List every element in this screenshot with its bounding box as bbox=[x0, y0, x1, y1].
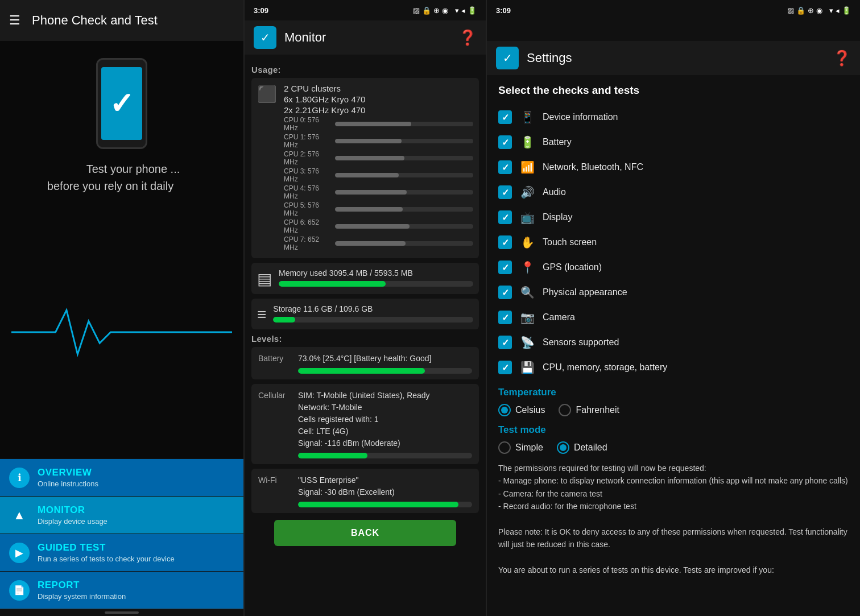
check-item-camera[interactable]: ✓ 📷 Camera bbox=[498, 305, 849, 330]
settings-help-button[interactable]: ❓ bbox=[833, 49, 851, 67]
cpu-core-label-6: CPU 6: 652 MHz bbox=[284, 218, 335, 234]
checkbox-battery: ✓ bbox=[498, 135, 512, 149]
check-item-sensors[interactable]: ✓ 📡 Sensors supported bbox=[498, 330, 849, 355]
home-indicator bbox=[105, 611, 139, 614]
check-label-cpu-mem: CPU, memory, storage, battery bbox=[543, 362, 667, 373]
checkbox-check-cpu-mem: ✓ bbox=[502, 362, 509, 373]
celsius-option[interactable]: Celsius bbox=[498, 404, 545, 416]
check-label-display: Display bbox=[543, 212, 572, 222]
cpu-core-row-5: CPU 5: 576 MHz bbox=[284, 201, 473, 217]
battery-icon: 🔋 bbox=[468, 6, 477, 15]
detailed-option[interactable]: Detailed bbox=[557, 441, 607, 454]
celsius-radio bbox=[498, 404, 511, 416]
check-item-device-info[interactable]: ✓ 📱 Device information bbox=[498, 105, 849, 130]
simple-radio bbox=[498, 441, 511, 454]
nav-text-overview: OVERVIEW Online instructions bbox=[38, 467, 98, 488]
cpu-core-label-0: CPU 0: 576 MHz bbox=[284, 116, 335, 132]
check-icon-cpu-mem: 💾 bbox=[519, 359, 536, 376]
nav-menu: ℹ OVERVIEW Online instructions ▲ MONITOR… bbox=[0, 458, 243, 609]
cpu-core-label-1: CPU 1: 576 MHz bbox=[284, 133, 335, 149]
check-icon-gps: 📍 bbox=[519, 259, 536, 276]
settings-app-icon: ✓ bbox=[496, 47, 519, 69]
settings-cast-icon: ⊕ bbox=[808, 6, 814, 15]
cpu-core-bar-fill-7 bbox=[335, 241, 406, 246]
memory-details: Memory used 3095.4 MB / 5593.5 MB bbox=[279, 268, 473, 287]
monitor-time: 3:09 bbox=[254, 6, 268, 15]
cpu-core-label-3: CPU 3: 576 MHz bbox=[284, 167, 335, 183]
check-label-device-info: Device information bbox=[543, 112, 618, 122]
wifi-level-content: "USS Enterprise" Signal: -30 dBm (Excell… bbox=[298, 474, 472, 507]
nav-item-guided[interactable]: ▶ GUIDED TEST Run a series of tests to c… bbox=[0, 534, 243, 571]
settings-lock-icon: 🔒 bbox=[796, 6, 805, 15]
fahrenheit-option[interactable]: Fahrenheit bbox=[559, 404, 619, 416]
wifi-level-row: Wi-Fi "USS Enterprise" Signal: -30 dBm (… bbox=[251, 469, 479, 513]
temperature-radio-group: Celsius Fahrenheit bbox=[498, 404, 849, 416]
checkbox-appearance: ✓ bbox=[498, 286, 512, 299]
checkbox-gps: ✓ bbox=[498, 261, 512, 274]
cpu-core-bar-bg-3 bbox=[335, 173, 473, 177]
tagline-text: Test your phone ... before you rely on i… bbox=[47, 149, 196, 206]
checkbox-check-device-info: ✓ bbox=[502, 112, 509, 123]
simple-option[interactable]: Simple bbox=[498, 441, 543, 454]
storage-details: Storage 11.6 GB / 109.6 GB bbox=[273, 304, 473, 323]
check-label-camera: Camera bbox=[543, 312, 575, 323]
cpu-core-row-0: CPU 0: 576 MHz bbox=[284, 116, 473, 132]
cellular-bar bbox=[298, 453, 472, 458]
cpu-core-row-1: CPU 1: 576 MHz bbox=[284, 133, 473, 149]
check-item-cpu-mem[interactable]: ✓ 💾 CPU, memory, storage, battery bbox=[498, 355, 849, 380]
nav-item-monitor[interactable]: ▲ MONITOR Display device usage bbox=[0, 496, 243, 534]
check-label-appearance: Physical appearance bbox=[543, 287, 627, 297]
memory-bar-fill bbox=[279, 281, 386, 287]
check-label-battery: Battery bbox=[543, 137, 572, 147]
cpu-core-row-4: CPU 4: 576 MHz bbox=[284, 184, 473, 200]
checkbox-camera: ✓ bbox=[498, 311, 512, 324]
checkbox-check-camera: ✓ bbox=[502, 312, 509, 323]
checkbox-network: ✓ bbox=[498, 160, 512, 174]
cpu-core-bar-fill-1 bbox=[335, 139, 402, 143]
simple-label: Simple bbox=[515, 443, 543, 453]
check-label-sensors: Sensors supported bbox=[543, 337, 619, 348]
check-item-touch[interactable]: ✓ ✋ Touch screen bbox=[498, 230, 849, 255]
check-icon-network: 📶 bbox=[519, 159, 536, 176]
checkbox-device-info: ✓ bbox=[498, 110, 512, 124]
checkbox-check-sensors: ✓ bbox=[502, 337, 509, 348]
temperature-title: Temperature bbox=[498, 387, 849, 398]
check-label-gps: GPS (location) bbox=[543, 262, 602, 272]
settings-time: 3:09 bbox=[496, 6, 511, 15]
checkbox-check-display: ✓ bbox=[502, 212, 509, 223]
check-item-appearance[interactable]: ✓ 🔍 Physical appearance bbox=[498, 280, 849, 305]
sim-icon: ▨ bbox=[413, 6, 420, 15]
back-button[interactable]: BACK bbox=[274, 520, 456, 546]
panel-monitor: 3:09 ▨ 🔒 ⊕ ◉ ▾ ◂ 🔋 ✓ Monitor ❓ Usage: ⬛ … bbox=[243, 0, 487, 616]
guided-icon: ▶ bbox=[9, 543, 30, 563]
check-icon-display: 📺 bbox=[519, 209, 536, 226]
app-title: Phone Check and Test bbox=[32, 13, 158, 28]
settings-wifi-icon: ▾ bbox=[829, 6, 833, 15]
check-item-audio[interactable]: ✓ 🔊 Audio bbox=[498, 180, 849, 205]
memory-usage-row: ▤ Memory used 3095.4 MB / 5593.5 MB bbox=[251, 263, 479, 294]
cpu-core-row-6: CPU 6: 652 MHz bbox=[284, 218, 473, 234]
check-item-gps[interactable]: ✓ 📍 GPS (location) bbox=[498, 255, 849, 280]
usage-label: Usage: bbox=[251, 65, 479, 75]
nav-item-report[interactable]: 📄 REPORT Display system information bbox=[0, 571, 243, 609]
cpu-icon: ⬛ bbox=[257, 85, 277, 104]
nav-text-monitor: MONITOR Display device usage bbox=[38, 505, 108, 526]
cpu-usage-row: ⬛ 2 CPU clusters 6x 1.80GHz Kryo 470 2x … bbox=[251, 78, 479, 258]
settings-status-bar: 3:09 ▨ 🔒 ⊕ ◉ ▾ ◂ 🔋 bbox=[487, 0, 860, 20]
nav-item-overview[interactable]: ℹ OVERVIEW Online instructions bbox=[0, 458, 243, 496]
nav-text-report: REPORT Display system information bbox=[38, 580, 126, 601]
check-item-battery[interactable]: ✓ 🔋 Battery bbox=[498, 130, 849, 155]
cellular-level-content: SIM: T-Mobile (United States), Ready Net… bbox=[298, 390, 472, 458]
report-icon: 📄 bbox=[9, 580, 30, 601]
check-item-network[interactable]: ✓ 📶 Network, Bluetooth, NFC bbox=[498, 155, 849, 180]
monitor-toolbar: ✓ Monitor ❓ bbox=[245, 20, 486, 55]
storage-bar bbox=[273, 317, 473, 323]
settings-status-icons: ▨ 🔒 ⊕ ◉ ▾ ◂ 🔋 bbox=[787, 6, 851, 15]
hamburger-icon[interactable]: ☰ bbox=[9, 13, 20, 28]
monitor-help-button[interactable]: ❓ bbox=[458, 29, 477, 47]
battery-level-row: Battery 73.0% [25.4°C] [Battery health: … bbox=[251, 347, 479, 379]
monitor-content[interactable]: Usage: ⬛ 2 CPU clusters 6x 1.80GHz Kryo … bbox=[245, 55, 486, 616]
signal-icon: ◂ bbox=[461, 6, 465, 15]
check-item-display[interactable]: ✓ 📺 Display bbox=[498, 205, 849, 230]
cellular-level-label: Cellular bbox=[258, 391, 298, 400]
